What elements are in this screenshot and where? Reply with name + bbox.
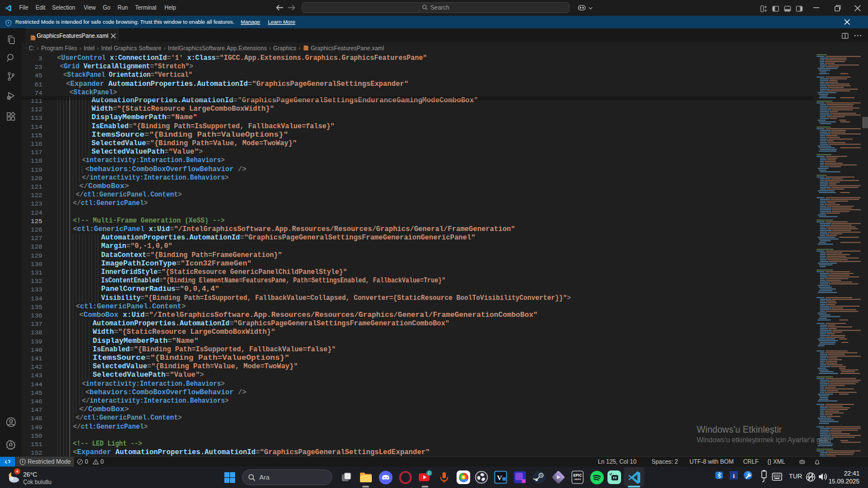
svg-text:GAMES: GAMES [574, 478, 582, 481]
svg-text:V: V [497, 473, 502, 482]
svg-text:C: C [428, 471, 431, 475]
svg-text:EPIC: EPIC [573, 473, 581, 477]
